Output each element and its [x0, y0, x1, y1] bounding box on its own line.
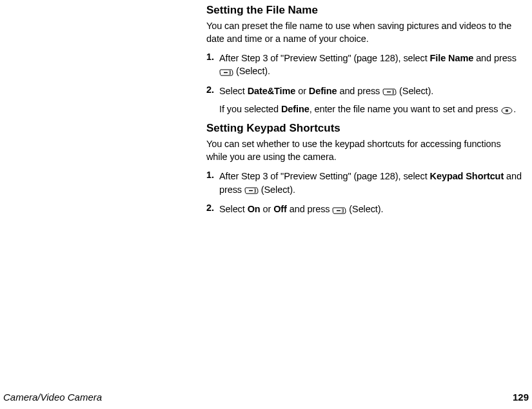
step-number: 2. — [206, 203, 219, 213]
text: . — [513, 104, 516, 114]
bold-text: On — [248, 204, 261, 214]
text: (Select). — [233, 66, 270, 76]
keypad-step-1: 1. After Step 3 of "Preview Setting" (pa… — [206, 170, 522, 196]
step-number: 1. — [206, 52, 219, 62]
text: and press — [473, 53, 517, 63]
footer-section: Camera/Video Camera — [3, 392, 102, 403]
intro-keypad: You can set whether to use the keypad sh… — [206, 138, 522, 163]
step-body: Select Date&Time or Define and press (Se… — [219, 85, 516, 116]
text: Select — [219, 204, 248, 214]
intro-file-name: You can preset the file name to use when… — [206, 20, 522, 45]
step-number: 2. — [206, 85, 219, 95]
text: After Step 3 of "Preview Setting" (page … — [219, 171, 430, 181]
text: and press — [287, 204, 333, 214]
softkey-icon — [382, 86, 397, 95]
text: and press — [337, 86, 383, 96]
step-number: 1. — [206, 170, 219, 180]
centerkey-icon — [500, 105, 513, 114]
heading-file-name: Setting the File Name — [206, 4, 522, 17]
text: (Select). — [346, 204, 383, 214]
footer: Camera/Video Camera 129 — [3, 392, 529, 403]
text: , enter the file name you want to set an… — [310, 104, 501, 114]
bold-text: Keypad Shortcut — [430, 171, 504, 181]
softkey-icon — [219, 67, 233, 75]
bold-text: File Name — [430, 53, 474, 63]
step-body: After Step 3 of "Preview Setting" (page … — [219, 52, 522, 78]
bold-text: Off — [273, 204, 287, 214]
step-body: Select On or Off and press (Select). — [219, 203, 383, 215]
bold-text: Define — [309, 86, 337, 96]
filename-step-1: 1. After Step 3 of "Preview Setting" (pa… — [206, 52, 522, 78]
text: (Select). — [397, 86, 433, 96]
softkey-icon — [332, 205, 346, 214]
text: (Select). — [259, 185, 295, 195]
text: or — [261, 204, 274, 214]
heading-keypad: Setting Keypad Shortcuts — [206, 122, 522, 135]
page-number: 129 — [513, 392, 529, 403]
text: or — [295, 86, 309, 96]
keypad-step-2: 2. Select On or Off and press (Select). — [206, 203, 522, 215]
text: Select — [219, 86, 248, 96]
step-body: After Step 3 of "Preview Setting" (page … — [219, 170, 522, 196]
text: After Step 3 of "Preview Setting" (page … — [219, 53, 430, 63]
softkey-icon — [244, 185, 259, 194]
filename-step-2: 2. Select Date&Time or Define and press … — [206, 85, 522, 116]
bold-text: Date&Time — [248, 86, 296, 96]
bold-text: Define — [281, 104, 310, 114]
text: If you selected — [219, 104, 281, 114]
